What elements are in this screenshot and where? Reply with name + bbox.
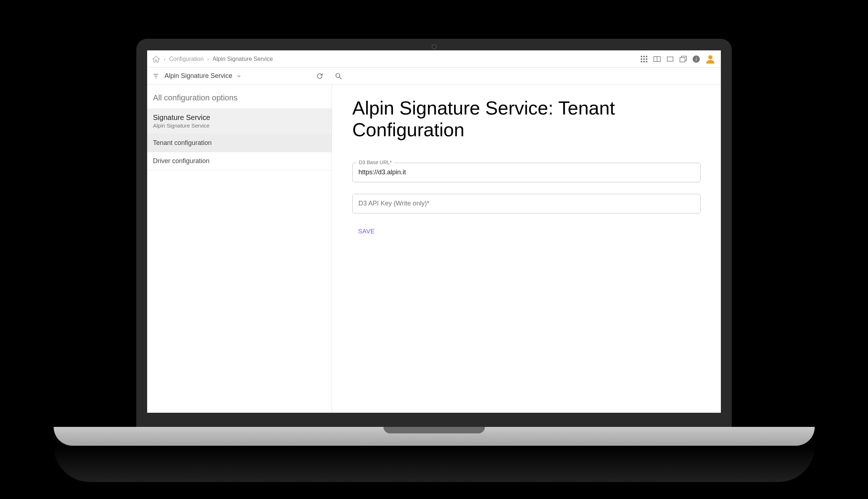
laptop-camera [431,44,437,50]
window-icon[interactable] [666,55,674,63]
d3-api-key-input[interactable] [352,194,701,213]
chevron-left-icon[interactable]: ‹ [164,56,166,62]
sidebar-group-title: Signature Service [153,113,326,122]
svg-rect-6 [641,61,642,62]
filter-icon[interactable] [152,72,159,80]
breadcrumb-configuration[interactable]: Configuration [169,56,204,62]
svg-rect-1 [643,56,645,57]
laptop-reflection [54,446,815,482]
laptop-notch [383,427,485,433]
sidebar-item-label: Driver configuration [153,157,326,165]
svg-rect-8 [646,61,647,62]
grid-apps-icon[interactable] [640,55,648,63]
svg-rect-11 [667,57,673,61]
sidebar-group-signature-service[interactable]: Signature Service Alpin Signature Servic… [147,108,332,134]
field-d3-base-url: D3 Base URL* [352,163,701,182]
svg-rect-4 [643,58,645,60]
sidebar-item-tenant-config[interactable]: Tenant configuration [147,134,332,152]
topbar-right: i [640,54,716,65]
info-icon[interactable]: i [692,55,701,63]
svg-text:i: i [695,57,697,62]
svg-rect-3 [641,58,642,60]
columns-icon[interactable] [653,55,661,63]
refresh-icon[interactable] [316,72,324,80]
chevron-right-icon: › [207,56,209,62]
field-label: D3 Base URL* [357,159,394,165]
laptop-base [54,427,815,446]
subheader: Alpin Signature Service [147,68,721,84]
d3-base-url-input[interactable] [352,163,701,182]
subheader-actions [316,72,342,80]
svg-rect-2 [646,56,647,57]
svg-rect-5 [646,58,647,60]
sidebar-group-subtitle: Alpin Signature Service [153,122,326,129]
laptop-frame: ‹ Configuration › Alpin Signature Servic… [136,39,732,427]
search-icon[interactable] [335,72,342,80]
svg-point-20 [336,73,340,77]
user-avatar-icon[interactable] [705,54,716,65]
page-title: Alpin Signature Service: Tenant Configur… [352,97,701,141]
topbar: ‹ Configuration › Alpin Signature Servic… [147,50,721,68]
sidebar-item-driver-config[interactable]: Driver configuration [147,152,332,170]
app-root: ‹ Configuration › Alpin Signature Servic… [147,50,721,413]
home-icon[interactable] [152,55,160,63]
svg-point-16 [708,55,712,59]
main: All configuration options Signature Serv… [147,84,721,413]
svg-rect-0 [641,56,642,57]
chevron-down-icon[interactable] [236,73,242,79]
svg-rect-13 [680,58,685,62]
laptop-screen: ‹ Configuration › Alpin Signature Servic… [147,50,721,413]
breadcrumb: ‹ Configuration › Alpin Signature Servic… [152,55,273,63]
sidebar: All configuration options Signature Serv… [147,84,332,413]
sidebar-item-label: Tenant configuration [153,139,326,147]
filter-dropdown[interactable]: Alpin Signature Service [165,72,232,80]
content: Alpin Signature Service: Tenant Configur… [332,84,721,413]
breadcrumb-current: Alpin Signature Service [213,56,273,62]
svg-rect-7 [643,61,645,62]
windows-stack-icon[interactable] [679,55,688,63]
save-button[interactable]: SAVE [354,225,379,238]
svg-line-21 [340,77,342,79]
sidebar-heading: All configuration options [147,90,332,108]
field-d3-api-key [352,194,701,213]
